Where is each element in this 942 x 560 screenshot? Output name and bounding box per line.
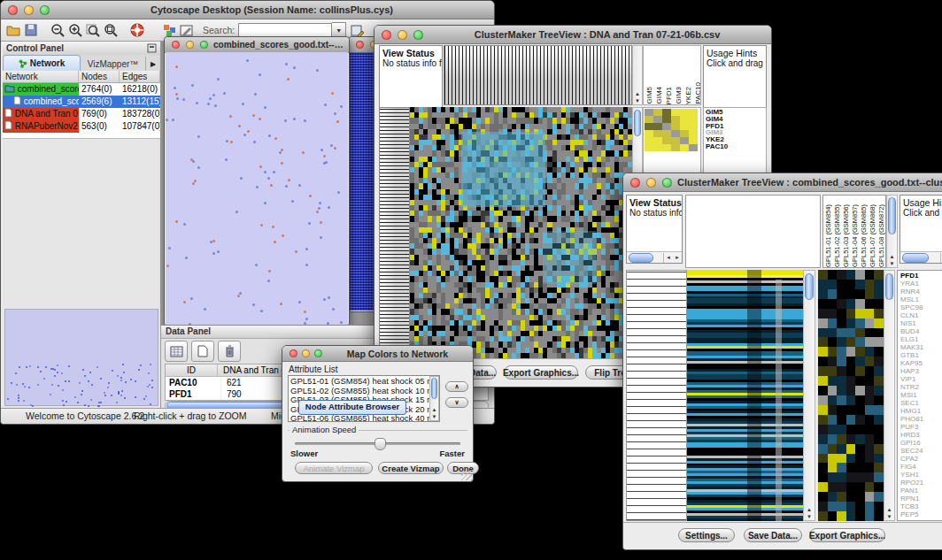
close-icon[interactable] (382, 30, 391, 40)
settings-button[interactable]: Settings... (678, 528, 735, 542)
gene-label[interactable]: HAP3 (898, 367, 942, 375)
close-icon[interactable] (172, 41, 180, 49)
usage-hints-hscrollbar[interactable]: ◄► (900, 251, 942, 263)
minimize-icon[interactable] (646, 178, 656, 188)
vscroll-thumb[interactable] (431, 378, 437, 399)
zoom-window-icon[interactable] (40, 5, 50, 15)
attribute-list-item[interactable]: GPL51-06 (GSM865) heat shock 40 min (290, 414, 437, 422)
tv1-zoom-heatmap[interactable] (645, 109, 698, 151)
gene-label[interactable]: KAP95 (898, 359, 942, 367)
frame1-title-bar[interactable]: combined_scores_good.txt--cluste... (165, 37, 349, 53)
gene-label[interactable]: YSH1 (898, 471, 942, 479)
new-attribute-icon[interactable] (191, 341, 214, 362)
tab-vizmapper[interactable]: VizMapper™ (81, 57, 146, 71)
gene-label[interactable]: PAN1 (898, 487, 942, 495)
gene-label[interactable]: HMG1 (898, 407, 942, 415)
network-table-header[interactable]: Network Nodes Edges (3, 71, 160, 83)
move-up-button[interactable]: ∧ (445, 381, 468, 392)
tv1-column-dendrogram[interactable] (444, 45, 632, 105)
vscroll-thumb[interactable] (885, 273, 893, 300)
move-down-button[interactable]: ∨ (445, 397, 468, 408)
select-attributes-icon[interactable] (165, 341, 188, 362)
gene-label[interactable]: MAK31 (898, 343, 942, 351)
resize-grip[interactable] (461, 470, 472, 480)
gene-label[interactable]: MSL1 (898, 295, 942, 303)
slider-thumb[interactable] (374, 438, 386, 450)
gene-label[interactable]: RNR4 (898, 288, 942, 295)
close-icon[interactable] (356, 41, 364, 49)
close-icon[interactable] (630, 178, 640, 188)
zoom-in-icon[interactable] (67, 22, 83, 38)
minimize-icon[interactable] (398, 30, 407, 40)
gene-label[interactable]: ELG1 (898, 335, 942, 343)
tab-overflow-button[interactable]: ▶ (146, 57, 160, 71)
gene-label[interactable]: YRA1 (898, 280, 942, 288)
help-lifering-icon[interactable] (129, 22, 145, 38)
vscroll-thumb[interactable] (888, 197, 896, 234)
col-id[interactable]: ID (166, 364, 218, 376)
close-icon[interactable] (290, 349, 297, 357)
gene-label[interactable]: PHO81 (898, 415, 942, 423)
gene-label[interactable]: PEP5 (898, 510, 942, 518)
gene-label[interactable]: VIP1 (898, 375, 942, 383)
gene-label[interactable]: PFD1 (898, 272, 942, 280)
tv2-collabel-scrollbar[interactable]: ▲▼ (886, 195, 898, 268)
gene-label[interactable]: CPA2 (898, 455, 942, 463)
network-row[interactable]: combined_sco... 2569(6) 13112(15) (3, 96, 160, 108)
tv2-column-tree[interactable] (685, 195, 821, 268)
gene-label[interactable]: SEC1 (898, 399, 942, 407)
create-vizmap-button[interactable]: Create Vizmap (378, 462, 444, 474)
gene-label[interactable]: RPO21 (898, 479, 942, 487)
animate-vizmap-button[interactable]: Animate Vizmap (295, 462, 373, 474)
minimize-icon[interactable] (24, 5, 34, 15)
tab-network[interactable]: Network (3, 55, 81, 71)
vscroll-thumb[interactable] (634, 110, 641, 136)
gene-label[interactable]: FIG4 (898, 463, 942, 471)
gene-label[interactable]: NIS1 (898, 319, 942, 327)
network-row[interactable]: RNAPuberNov2+| 563(0) 107847(0) (3, 120, 160, 133)
gene-label[interactable]: SPC98 (898, 303, 942, 311)
hscroll-thumb[interactable] (629, 253, 653, 263)
vscroll-thumb[interactable] (805, 273, 814, 300)
dialog-title-bar[interactable]: Map Colors to Network (282, 346, 473, 362)
node-attribute-browser-tab[interactable]: Node Attribute Browser (298, 400, 406, 415)
gene-label[interactable]: PUF3 (898, 423, 942, 431)
minimize-icon[interactable] (302, 349, 310, 357)
zoom-window-icon[interactable] (662, 178, 672, 188)
save-data-button[interactable]: Save Data... (744, 528, 802, 542)
gene-label[interactable]: RPN1 (898, 495, 942, 502)
open-session-icon[interactable] (5, 22, 21, 38)
speed-slider[interactable] (295, 442, 460, 445)
gene-label[interactable]: HRD3 (898, 431, 942, 439)
gene-label[interactable]: GPI16 (898, 439, 942, 447)
search-input[interactable] (238, 23, 332, 38)
export-graphics-button[interactable]: Export Graphics... (504, 365, 578, 380)
zoom-out-icon[interactable] (50, 22, 66, 38)
tv2-zoom-heatmap[interactable] (818, 270, 884, 521)
attribute-list-scrollbar[interactable]: ▲▼ (429, 376, 439, 421)
hscroll-thumb[interactable] (902, 253, 929, 263)
gene-label[interactable]: SEC24 (898, 447, 942, 455)
gene-label[interactable]: TCB3 (898, 502, 942, 510)
close-icon[interactable] (8, 5, 18, 15)
main-title-bar[interactable]: Cytoscape Desktop (Session Name: collins… (1, 1, 494, 19)
network-overview-panel[interactable] (4, 309, 158, 406)
network-canvas[interactable] (166, 52, 348, 325)
zoom-fit-icon[interactable] (103, 22, 119, 38)
gene-label[interactable]: NTR2 (898, 383, 942, 391)
gene-label[interactable]: CLN1 (898, 311, 942, 319)
zoom-window-icon[interactable] (314, 349, 322, 357)
export-graphics-button[interactable]: Export Graphics... (809, 528, 885, 542)
gene-label[interactable]: BUD4 (898, 327, 942, 335)
gene-label[interactable]: PAC10 (704, 143, 766, 150)
gene-label[interactable]: MON2 (898, 518, 942, 521)
network-row[interactable]: combined_scores 2764(0) 16218(0) (3, 83, 160, 96)
tv2-zoom-scrollbar[interactable]: ▲▼ (884, 270, 895, 521)
view-status-hscrollbar[interactable]: ◄► (627, 251, 682, 263)
treeview1-title-bar[interactable]: ClusterMaker TreeView : DNA and Tran 07-… (374, 26, 771, 44)
minimize-icon[interactable] (186, 41, 194, 49)
tv1-row-dendrogram[interactable] (379, 107, 410, 358)
network-row[interactable]: DNA and Tran 07 769(0) 183728(0) (3, 108, 160, 120)
tv2-heatmap-scrollbar[interactable]: ▲▼ (803, 270, 815, 521)
delete-attribute-icon[interactable] (218, 341, 241, 362)
